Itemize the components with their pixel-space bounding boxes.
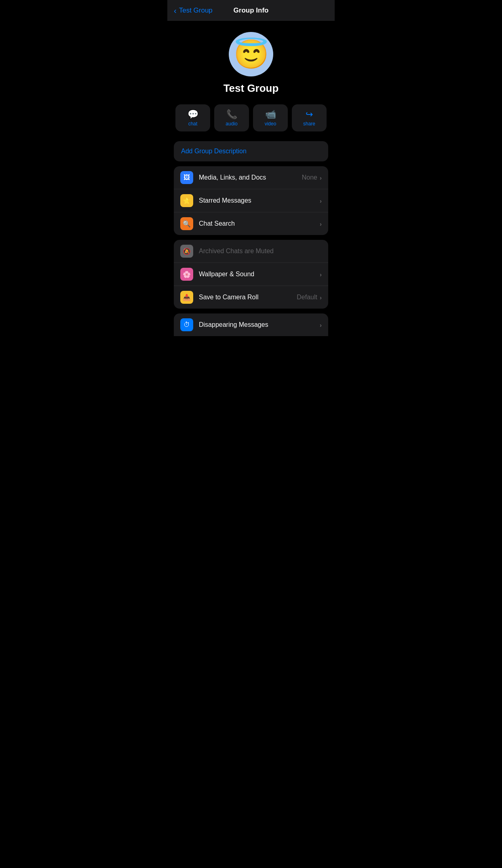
chat-label: chat xyxy=(188,121,198,127)
action-buttons-row: 💬 chat 📞 audio 📹 video ↪ share xyxy=(167,104,335,141)
group-name: Test Group xyxy=(224,82,279,95)
archived-chats-icon: 🔕 xyxy=(180,245,193,258)
media-links-docs-icon: 🖼 xyxy=(180,171,193,184)
disappearing-messages-icon: ⏱ xyxy=(180,318,193,331)
share-icon: ↪ xyxy=(306,110,313,119)
chat-search-chevron: › xyxy=(320,220,322,227)
settings-section: 🔕 Archived Chats are Muted 🌸 Wallpaper &… xyxy=(174,240,328,309)
media-section: 🖼 Media, Links, and Docs None › ⭐ Starre… xyxy=(174,166,328,235)
save-camera-roll-row[interactable]: 📥 Save to Camera Roll Default › xyxy=(174,286,328,309)
audio-label: audio xyxy=(226,121,237,127)
wallpaper-sound-icon: 🌸 xyxy=(180,268,193,281)
description-label: Add Group Description xyxy=(181,148,247,155)
chat-icon: 💬 xyxy=(188,110,198,119)
wallpaper-sound-chevron: › xyxy=(320,271,322,278)
media-links-docs-label: Media, Links, and Docs xyxy=(199,174,302,181)
partial-section: ⏱ Disappearing Messages › xyxy=(174,313,328,336)
disappearing-messages-row[interactable]: ⏱ Disappearing Messages › xyxy=(174,313,328,336)
starred-messages-label: Starred Messages xyxy=(199,197,320,204)
back-label: Test Group xyxy=(179,6,213,15)
wallpaper-sound-label: Wallpaper & Sound xyxy=(199,271,320,278)
avatar[interactable]: 😇 xyxy=(229,32,273,76)
profile-section: 😇 Test Group xyxy=(167,21,335,104)
media-links-docs-row[interactable]: 🖼 Media, Links, and Docs None › xyxy=(174,166,328,189)
disappearing-messages-chevron: › xyxy=(320,322,322,328)
save-camera-roll-icon: 📥 xyxy=(180,291,193,304)
video-button[interactable]: 📹 video xyxy=(253,104,288,131)
starred-messages-chevron: › xyxy=(320,197,322,204)
avatar-emoji: 😇 xyxy=(234,40,269,68)
audio-icon: 📞 xyxy=(226,110,237,119)
archived-chats-row: 🔕 Archived Chats are Muted xyxy=(174,240,328,263)
chat-search-icon: 🔍 xyxy=(180,217,193,230)
header: ‹ Test Group Group Info xyxy=(167,0,335,21)
save-camera-roll-chevron: › xyxy=(320,294,322,301)
archived-chats-label: Archived Chats are Muted xyxy=(199,248,322,255)
save-camera-roll-value: Default xyxy=(297,294,317,301)
wallpaper-sound-row[interactable]: 🌸 Wallpaper & Sound › xyxy=(174,263,328,286)
media-links-docs-value: None xyxy=(302,174,317,181)
add-description-row[interactable]: Add Group Description xyxy=(174,141,328,161)
video-label: video xyxy=(265,121,276,127)
starred-messages-row[interactable]: ⭐ Starred Messages › xyxy=(174,189,328,212)
share-label: share xyxy=(303,121,315,127)
description-card[interactable]: Add Group Description xyxy=(174,141,328,161)
disappearing-messages-label: Disappearing Messages xyxy=(199,321,320,328)
page-title: Group Info xyxy=(234,6,269,15)
audio-button[interactable]: 📞 audio xyxy=(214,104,249,131)
save-camera-roll-label: Save to Camera Roll xyxy=(199,294,297,301)
chat-search-row[interactable]: 🔍 Chat Search › xyxy=(174,212,328,235)
video-icon: 📹 xyxy=(265,110,276,119)
share-button[interactable]: ↪ share xyxy=(292,104,327,131)
back-button[interactable]: ‹ Test Group xyxy=(174,6,213,15)
chat-search-label: Chat Search xyxy=(199,220,320,227)
back-chevron-icon: ‹ xyxy=(174,6,177,15)
starred-messages-icon: ⭐ xyxy=(180,194,193,207)
chat-button[interactable]: 💬 chat xyxy=(175,104,210,131)
media-links-docs-chevron: › xyxy=(320,174,322,181)
